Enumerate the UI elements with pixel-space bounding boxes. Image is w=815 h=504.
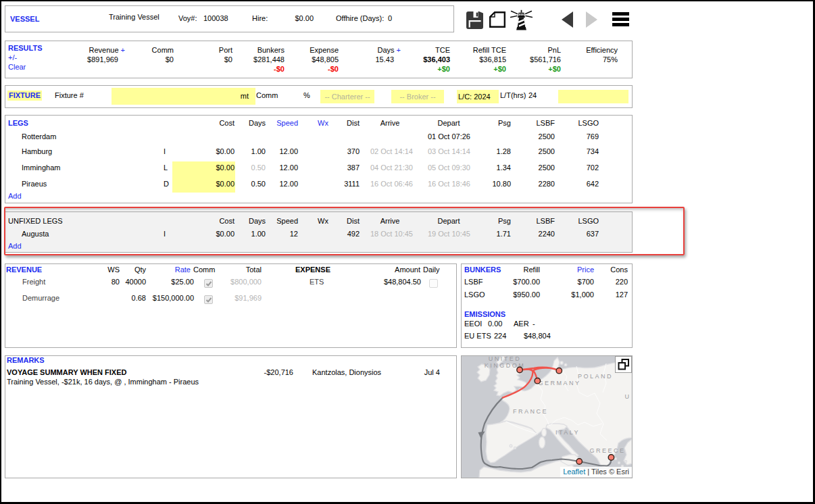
unfixed-leg-port[interactable]: Augusta [22, 230, 49, 238]
leg-port[interactable]: Piraeus [22, 180, 47, 188]
leg-lsbf[interactable]: 2500 [514, 147, 555, 156]
voyage-summary-text: Training Vessel, -$21k, 16 days, @ , Imm… [7, 378, 199, 386]
revenue-row-label[interactable]: Demurrage [22, 294, 59, 303]
revenue-row-label[interactable]: Freight [22, 278, 45, 286]
bunker-refill[interactable]: $700.00 [499, 278, 540, 286]
map-land-corsica [542, 428, 547, 436]
bunker-grade: LSBF [464, 278, 483, 286]
legs-header-arrive: Arrive [360, 119, 420, 128]
map-expand-button[interactable] [615, 356, 632, 373]
marker-rotterdam[interactable] [535, 378, 540, 384]
fixture-panel: FIXTURE Fixture # mt Comm % -- Charterer… [5, 85, 633, 108]
unfixed-leg-cost[interactable]: $0.00 [187, 230, 234, 238]
leg-port[interactable]: Hamburg [22, 147, 52, 156]
expense-row-label[interactable]: ETS [310, 278, 324, 286]
leg-type: L [164, 163, 168, 172]
revenue-total: $800,000 [214, 278, 262, 286]
legs-header-psg: Psg [477, 119, 511, 128]
legs-add-link[interactable]: Add [8, 192, 22, 201]
leg-speed[interactable]: 12.00 [264, 163, 298, 172]
unfixed-leg-depart[interactable]: 19 Oct 10:45 [410, 230, 470, 238]
back-icon[interactable] [562, 11, 573, 28]
leg-speed[interactable]: 12.00 [264, 180, 298, 188]
expense-daily-checkbox[interactable] [429, 279, 438, 288]
bunker-price[interactable]: $1,000 [553, 291, 594, 299]
voyage-summary-person: Kantzolas, Dionysios [312, 368, 381, 377]
leg-lsgo[interactable]: 642 [558, 180, 599, 188]
leg-lsbf[interactable]: 2280 [514, 180, 555, 188]
bunkers-header-cons: Cons [594, 266, 628, 274]
revenue-rate[interactable]: $25.00 [140, 278, 194, 286]
marker-hamburg[interactable] [556, 368, 562, 374]
leg-cost[interactable]: $0.00 [187, 163, 234, 172]
unfixed-leg-speed[interactable]: 12 [264, 230, 298, 238]
leg-days[interactable]: 0.50 [232, 163, 266, 172]
forward-icon[interactable] [586, 11, 597, 28]
bunker-cons[interactable]: 220 [594, 278, 628, 286]
lc-field[interactable]: L/C: 2024 [457, 90, 499, 103]
voy-number-value[interactable]: 100038 [203, 14, 228, 23]
leg-cost[interactable]: $0.00 [187, 147, 234, 156]
leg-port[interactable]: Immingham [22, 163, 60, 172]
revenue-comm-checkbox[interactable] [204, 295, 213, 304]
results-clear[interactable]: Clear [8, 63, 26, 72]
revenue-header-rate[interactable]: Rate [157, 266, 191, 274]
revenue-panel: REVENUE WS Qty Rate Comm Total EXPENSE A… [5, 263, 457, 348]
leg-arrive[interactable]: 02 Oct 14:14 [352, 147, 413, 156]
revenue-header-qty: Qty [112, 266, 146, 274]
legs-header-dist: Dist [326, 119, 360, 128]
bunker-refill[interactable]: $950.00 [499, 291, 540, 299]
lighthouse-icon[interactable] [510, 9, 533, 30]
unfixed-leg-lsbf[interactable]: 2240 [514, 230, 555, 238]
save-icon[interactable] [466, 11, 483, 29]
bunkers-header-price[interactable]: Price [553, 266, 594, 274]
voyage-summary-date: Jul 4 [406, 368, 440, 377]
unfixed-add-link[interactable]: Add [8, 242, 22, 251]
marker-augusta[interactable] [576, 459, 582, 464]
leg-arrive[interactable]: 04 Oct 21:30 [352, 163, 413, 172]
leg-depart[interactable]: 03 Oct 14:14 [410, 147, 470, 156]
broker-select[interactable]: -- Broker -- [391, 90, 444, 103]
legs-header-speed[interactable]: Speed [264, 119, 298, 128]
leg-lsgo[interactable]: 734 [558, 147, 599, 156]
legs-header-cost: Cost [194, 119, 234, 128]
bunker-price[interactable]: $700 [553, 278, 594, 286]
marker-piraeus[interactable] [608, 455, 614, 460]
fixture-qty-input[interactable]: mt [112, 88, 255, 105]
leg-depart[interactable]: 16 Oct 18:46 [410, 180, 470, 188]
leg-lsbf[interactable]: 2500 [514, 163, 555, 172]
menu-icon[interactable] [612, 12, 629, 26]
results-plus-minus[interactable]: +/- [8, 53, 17, 62]
revenue-comm-checkbox[interactable] [204, 279, 213, 288]
bunker-cons[interactable]: 127 [594, 291, 628, 299]
leg-cost[interactable]: $0.00 [187, 180, 234, 188]
unfixed-leg-days[interactable]: 1.00 [232, 230, 266, 238]
charterer-select[interactable]: -- Charterer -- [320, 90, 374, 103]
leaflet-link[interactable]: Leaflet [563, 468, 585, 476]
lt-hrs-value[interactable]: 24 [528, 91, 537, 100]
fixture-extra-input[interactable] [558, 90, 628, 103]
vessel-label[interactable]: VESSEL [10, 15, 39, 24]
leg-arrive[interactable]: 16 Oct 06:46 [352, 180, 413, 188]
revenue-rate[interactable]: $150,000.00 [140, 294, 194, 303]
euets-cost: $48,804 [524, 332, 551, 341]
leg-depart[interactable]: 05 Oct 09:30 [410, 163, 470, 172]
map-panel[interactable]: UNITED KINGDOM POLAND GERMANY FRANCE ITA… [461, 355, 633, 478]
expense-amount[interactable]: $48,804.50 [367, 278, 421, 286]
leg-depart[interactable]: 01 Oct 07:26 [410, 132, 470, 141]
hire-value[interactable]: $0.00 [273, 14, 314, 23]
leg-lsbf[interactable]: 2500 [514, 132, 555, 141]
leg-days[interactable]: 1.00 [232, 147, 266, 156]
leg-days[interactable]: 0.50 [232, 180, 266, 188]
unfixed-legs-title: UNFIXED LEGS [8, 217, 63, 226]
leg-speed[interactable]: 12.00 [264, 147, 298, 156]
leg-port[interactable]: Rotterdam [22, 132, 56, 141]
unfixed-leg-arrive[interactable]: 18 Oct 10:45 [352, 230, 413, 238]
vessel-name[interactable]: Training Vessel [109, 13, 159, 22]
new-document-icon[interactable] [489, 11, 505, 28]
marker-immingham[interactable] [517, 367, 522, 372]
leg-lsgo[interactable]: 702 [558, 163, 599, 172]
unfixed-leg-lsgo[interactable]: 637 [558, 230, 599, 238]
leg-lsgo[interactable]: 769 [558, 132, 599, 141]
offhire-value[interactable]: 0 [388, 14, 392, 23]
